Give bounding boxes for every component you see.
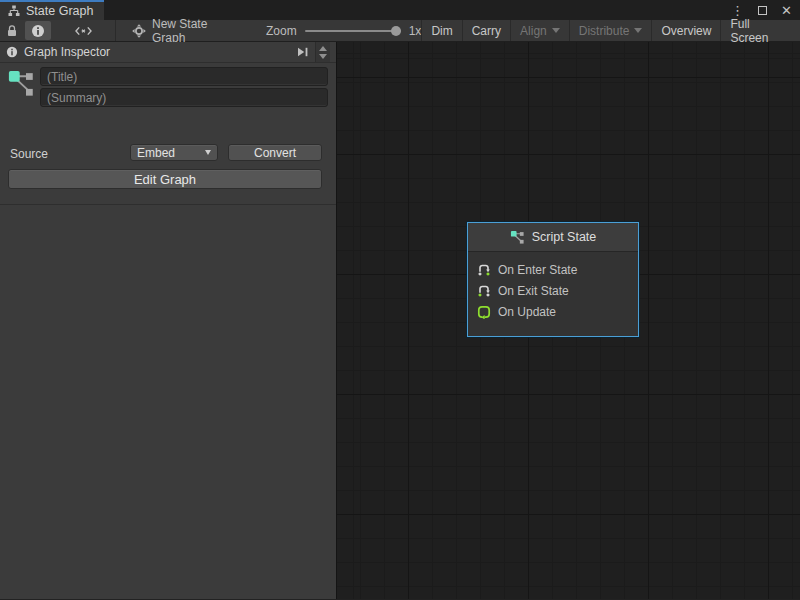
maximize-icon[interactable] bbox=[758, 6, 767, 15]
new-state-graph-button[interactable]: New State Graph bbox=[124, 20, 252, 41]
lock-icon bbox=[6, 24, 18, 38]
source-dropdown[interactable]: Embed bbox=[130, 144, 218, 161]
code-view-button[interactable] bbox=[52, 20, 115, 41]
zoom-slider-knob[interactable] bbox=[391, 26, 401, 36]
carry-button[interactable]: Carry bbox=[462, 20, 510, 41]
node-event-on-exit-state[interactable]: On Exit State bbox=[477, 280, 638, 301]
script-state-node[interactable]: Script State On Enter State bbox=[467, 222, 639, 337]
graph-inspector-body: Source Embed Convert Edit Graph bbox=[0, 63, 336, 599]
script-state-node-header[interactable]: Script State bbox=[468, 223, 638, 252]
toolbar-right-group: Dim Carry Align Distribute Overview Full… bbox=[421, 20, 800, 41]
distribute-label: Distribute bbox=[579, 24, 630, 38]
on-update-icon bbox=[477, 305, 491, 319]
panel-scrub-control[interactable] bbox=[315, 42, 330, 62]
align-label: Align bbox=[520, 24, 547, 38]
on-enter-state-icon bbox=[477, 263, 491, 277]
zoom-control: Zoom 1x bbox=[252, 20, 421, 41]
graph-compass-icon bbox=[132, 24, 146, 38]
align-button[interactable]: Align bbox=[510, 20, 569, 41]
panel-divider bbox=[0, 204, 336, 205]
dim-button[interactable]: Dim bbox=[421, 20, 461, 41]
overview-button[interactable]: Overview bbox=[651, 20, 720, 41]
convert-button[interactable]: Convert bbox=[228, 144, 322, 161]
zoom-label: Zoom bbox=[266, 24, 297, 38]
graph-title-input[interactable] bbox=[40, 67, 328, 86]
zoom-value: 1x bbox=[409, 24, 422, 38]
state-mini-icon bbox=[510, 230, 525, 245]
node-event-label: On Update bbox=[498, 305, 556, 319]
dock-right-icon bbox=[297, 47, 309, 57]
zoom-slider-track bbox=[305, 30, 401, 32]
node-event-on-enter-state[interactable]: On Enter State bbox=[477, 259, 638, 280]
convert-label: Convert bbox=[254, 146, 296, 160]
dim-label: Dim bbox=[431, 24, 452, 38]
chevron-down-icon bbox=[319, 54, 327, 59]
close-icon[interactable]: ✕ bbox=[781, 4, 792, 17]
on-exit-state-icon bbox=[477, 284, 491, 298]
source-dropdown-value: Embed bbox=[137, 146, 175, 160]
graph-summary-input[interactable] bbox=[40, 88, 328, 107]
toolbar-separator bbox=[115, 20, 116, 41]
full-screen-label: Full Screen bbox=[730, 17, 791, 45]
carry-label: Carry bbox=[472, 24, 501, 38]
code-brackets-icon bbox=[74, 24, 93, 38]
tab-label: State Graph bbox=[26, 4, 93, 18]
zoom-slider[interactable] bbox=[305, 20, 401, 41]
chevron-down-icon bbox=[205, 150, 211, 155]
title-bar: State Graph ⋮ ✕ bbox=[0, 0, 800, 20]
state-graph-type-icon bbox=[8, 68, 35, 99]
node-event-on-update[interactable]: On Update bbox=[477, 301, 638, 322]
new-state-graph-label: New State Graph bbox=[152, 17, 244, 45]
source-label: Source bbox=[10, 147, 48, 161]
state-graph-window: State Graph ⋮ ✕ bbox=[0, 0, 800, 600]
chevron-up-icon bbox=[319, 46, 327, 51]
graph-canvas[interactable]: Script State On Enter State bbox=[336, 42, 800, 599]
node-event-label: On Enter State bbox=[498, 263, 577, 277]
overview-label: Overview bbox=[661, 24, 711, 38]
distribute-button[interactable]: Distribute bbox=[569, 20, 652, 41]
graph-toolbar: New State Graph Zoom 1x Dim Carry Align … bbox=[0, 20, 800, 42]
graph-inspector-panel: Graph Inspector bbox=[0, 42, 336, 599]
lock-button[interactable] bbox=[0, 20, 24, 41]
state-graph-tab-icon bbox=[8, 5, 20, 17]
tab-state-graph[interactable]: State Graph bbox=[0, 0, 104, 20]
info-icon bbox=[31, 24, 45, 38]
full-screen-button[interactable]: Full Screen bbox=[720, 20, 800, 41]
node-event-label: On Exit State bbox=[498, 284, 569, 298]
edit-graph-label: Edit Graph bbox=[134, 172, 196, 187]
chevron-down-icon bbox=[634, 28, 642, 33]
edit-graph-button[interactable]: Edit Graph bbox=[8, 169, 322, 189]
inspector-toggle-button[interactable] bbox=[25, 21, 51, 40]
chevron-down-icon bbox=[552, 28, 560, 33]
info-icon bbox=[6, 46, 18, 58]
dock-panel-button[interactable] bbox=[291, 42, 315, 62]
script-state-node-title: Script State bbox=[532, 230, 597, 244]
graph-inspector-header: Graph Inspector bbox=[0, 42, 336, 63]
kebab-menu-icon[interactable]: ⋮ bbox=[731, 4, 744, 17]
graph-inspector-title: Graph Inspector bbox=[24, 45, 110, 59]
script-state-node-events: On Enter State On Exit State bbox=[468, 252, 638, 322]
